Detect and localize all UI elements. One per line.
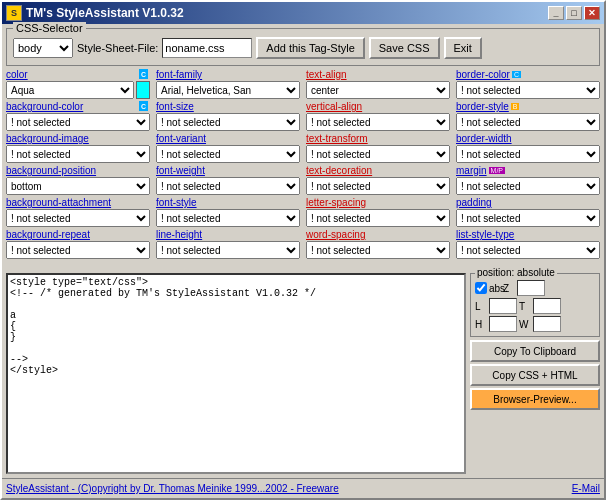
border-width-property: border-width ! not selected	[456, 133, 600, 163]
color-picker-btn[interactable]	[136, 81, 150, 99]
background-color-label[interactable]: background-color	[6, 101, 83, 112]
text-align-property: text-align center	[306, 69, 450, 99]
font-weight-select[interactable]: ! not selected	[156, 177, 300, 195]
css-selector-group: CSS-Selector body Style-Sheet-File: Add …	[6, 28, 600, 66]
h-input[interactable]	[489, 316, 517, 332]
background-repeat-label[interactable]: background-repeat	[6, 229, 150, 240]
minimize-button[interactable]: _	[548, 6, 564, 20]
css-area-wrapper: <style type="text/css"> <!-- /* generate…	[6, 273, 466, 474]
margin-label[interactable]: margin	[456, 165, 487, 176]
text-transform-select[interactable]: ! not selected	[306, 145, 450, 163]
z-input[interactable]	[517, 280, 545, 296]
w-label: W	[519, 319, 531, 330]
stylesheet-label: Style-Sheet-File:	[77, 42, 158, 54]
font-weight-label[interactable]: font-weight	[156, 165, 300, 176]
title-bar-left: S TM's StyleAssistant V1.0.32	[6, 5, 184, 21]
font-size-label[interactable]: font-size	[156, 101, 300, 112]
background-position-label[interactable]: background-position	[6, 165, 150, 176]
line-height-label[interactable]: line-height	[156, 229, 300, 240]
main-window: S TM's StyleAssistant V1.0.32 _ □ ✕ CSS-…	[0, 0, 606, 500]
vertical-align-property: vertical-align ! not selected	[306, 101, 450, 131]
line-height-select[interactable]: ! not selected	[156, 241, 300, 259]
add-tag-style-button[interactable]: Add this Tag-Style	[256, 37, 364, 59]
background-attachment-label[interactable]: background-attachment	[6, 197, 150, 208]
text-align-select[interactable]: center	[306, 81, 450, 99]
font-variant-property: font-variant ! not selected	[156, 133, 300, 163]
color-label[interactable]: color	[6, 69, 28, 80]
window-title: TM's StyleAssistant V1.0.32	[26, 6, 184, 20]
list-style-type-select[interactable]: ! not selected	[456, 241, 600, 259]
border-style-select[interactable]: ! not selected	[456, 113, 600, 131]
selector-dropdown[interactable]: body	[13, 38, 73, 58]
font-style-select[interactable]: ! not selected	[156, 209, 300, 227]
vertical-align-select[interactable]: ! not selected	[306, 113, 450, 131]
css-textarea[interactable]: <style type="text/css"> <!-- /* generate…	[7, 274, 465, 473]
t-input[interactable]	[533, 298, 561, 314]
title-buttons: _ □ ✕	[548, 6, 600, 20]
maximize-button[interactable]: □	[566, 6, 582, 20]
font-family-property: font-family Arial, Helvetica, San	[156, 69, 300, 99]
copy-to-clipboard-button[interactable]: Copy To Clipboard	[470, 340, 600, 362]
font-style-label[interactable]: font-style	[156, 197, 300, 208]
background-position-select[interactable]: bottom	[6, 177, 150, 195]
font-variant-select[interactable]: ! not selected	[156, 145, 300, 163]
letter-spacing-select[interactable]: ! not selected	[306, 209, 450, 227]
position-group: position: absolute abs. Z L T H	[470, 273, 600, 337]
background-image-select[interactable]: ! not selected	[6, 145, 150, 163]
close-button[interactable]: ✕	[584, 6, 600, 20]
word-spacing-select[interactable]: ! not selected	[306, 241, 450, 259]
font-weight-property: font-weight ! not selected	[156, 165, 300, 195]
font-family-select[interactable]: Arial, Helvetica, San	[156, 81, 300, 99]
margin-select[interactable]: ! not selected	[456, 177, 600, 195]
text-decoration-select[interactable]: ! not selected	[306, 177, 450, 195]
letter-spacing-label[interactable]: letter-spacing	[306, 197, 450, 208]
border-width-label[interactable]: border-width	[456, 133, 600, 144]
vertical-align-label[interactable]: vertical-align	[306, 101, 450, 112]
padding-select[interactable]: ! not selected	[456, 209, 600, 227]
background-position-property: background-position bottom	[6, 165, 150, 195]
z-label: Z	[503, 283, 515, 294]
word-spacing-label[interactable]: word-spacing	[306, 229, 450, 240]
border-color-select[interactable]: ! not selected	[456, 81, 600, 99]
background-attachment-select[interactable]: ! not selected	[6, 209, 150, 227]
stylesheet-input[interactable]	[162, 38, 252, 58]
save-css-button[interactable]: Save CSS	[369, 37, 440, 59]
word-spacing-property: word-spacing ! not selected	[306, 229, 450, 259]
font-size-select[interactable]: ! not selected	[156, 113, 300, 131]
font-variant-label[interactable]: font-variant	[156, 133, 300, 144]
browser-preview-button[interactable]: Browser-Preview...	[470, 388, 600, 410]
margin-property: margin M/P ! not selected	[456, 165, 600, 195]
font-family-label[interactable]: font-family	[156, 69, 300, 80]
border-style-label[interactable]: border-style	[456, 101, 509, 112]
color-select[interactable]: Aqua	[6, 81, 134, 99]
background-repeat-select[interactable]: ! not selected	[6, 241, 150, 259]
border-width-select[interactable]: ! not selected	[456, 145, 600, 163]
background-image-label[interactable]: background-image	[6, 133, 150, 144]
absolute-checkbox[interactable]	[475, 282, 487, 294]
copy-css-html-button[interactable]: Copy CSS + HTML	[470, 364, 600, 386]
status-copyright[interactable]: StyleAssistant - (C)opyright by Dr. Thom…	[6, 483, 339, 494]
border-style-badge: B	[511, 103, 520, 110]
text-transform-property: text-transform ! not selected	[306, 133, 450, 163]
padding-label[interactable]: padding	[456, 197, 600, 208]
background-color-select[interactable]: ! not selected	[6, 113, 150, 131]
exit-button[interactable]: Exit	[444, 37, 482, 59]
list-style-type-label[interactable]: list-style-type	[456, 229, 600, 240]
css-output-area: <style type="text/css"> <!-- /* generate…	[6, 273, 466, 474]
l-input[interactable]	[489, 298, 517, 314]
border-color-label[interactable]: border-color	[456, 69, 510, 80]
t-label: T	[519, 301, 531, 312]
properties-grid: color C Aqua background-color C	[6, 69, 600, 270]
line-height-property: line-height ! not selected	[156, 229, 300, 259]
color-badge: C	[139, 69, 148, 79]
font-size-property: font-size ! not selected	[156, 101, 300, 131]
right-buttons: Copy To Clipboard Copy CSS + HTML Browse…	[470, 340, 600, 410]
w-input[interactable]	[533, 316, 561, 332]
text-align-label[interactable]: text-align	[306, 69, 450, 80]
text-decoration-label[interactable]: text-decoration	[306, 165, 450, 176]
text-transform-label[interactable]: text-transform	[306, 133, 450, 144]
css-selector-label: CSS-Selector	[13, 22, 86, 34]
color-property: color C Aqua	[6, 69, 150, 99]
email-link[interactable]: E-Mail	[572, 483, 600, 494]
title-bar: S TM's StyleAssistant V1.0.32 _ □ ✕	[2, 2, 604, 24]
